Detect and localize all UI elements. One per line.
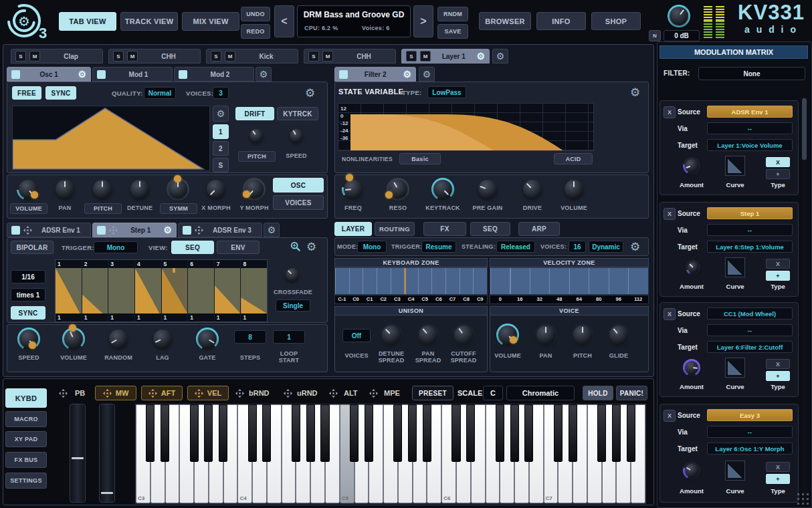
mod-type-plus-button[interactable]: + bbox=[766, 271, 790, 281]
move-icon[interactable] bbox=[109, 226, 118, 235]
piano-key-black[interactable] bbox=[248, 404, 257, 462]
crossfade-value[interactable]: Single bbox=[276, 299, 310, 311]
filter-gear-icon[interactable]: ⚙ bbox=[630, 87, 640, 98]
voice-pan-knob[interactable] bbox=[534, 324, 557, 346]
osc-symm-knob[interactable] bbox=[167, 178, 189, 201]
mod-source-value[interactable]: Step 1 bbox=[707, 207, 793, 219]
filter2-enable-checkbox[interactable] bbox=[339, 70, 348, 79]
seq-gear-icon[interactable]: ⚙ bbox=[306, 241, 316, 253]
mod-via-value[interactable]: -- bbox=[707, 122, 793, 134]
velocity-zone[interactable] bbox=[490, 267, 649, 295]
fx-bus-button[interactable]: FX BUS bbox=[5, 452, 47, 468]
osc1-enable-checkbox[interactable] bbox=[11, 70, 20, 79]
layer-tab-kick[interactable]: S M Kick bbox=[206, 49, 298, 64]
mod-target-value[interactable]: Layer 1:Voice Volume bbox=[707, 139, 793, 151]
quality-value[interactable]: Normal bbox=[144, 87, 176, 99]
env-tabs-gear-button[interactable]: ⚙ bbox=[264, 223, 280, 237]
step-bar[interactable] bbox=[135, 268, 161, 313]
move-icon[interactable] bbox=[329, 389, 338, 398]
step-sequencer-grid[interactable]: 1121314151617181 bbox=[55, 259, 268, 322]
wave-gear-button[interactable]: ⚙ bbox=[213, 106, 229, 122]
tab-view-button[interactable]: TAB VIEW bbox=[59, 12, 116, 31]
wave-slot-s-button[interactable]: S bbox=[213, 158, 229, 172]
piano-key-black[interactable] bbox=[190, 404, 199, 462]
osc-sync-button[interactable]: SYNC bbox=[45, 86, 76, 100]
move-icon[interactable] bbox=[284, 389, 292, 398]
layers-gear-button[interactable]: ⚙ bbox=[492, 49, 508, 64]
env3-enable-checkbox[interactable] bbox=[183, 226, 191, 235]
next-preset-button[interactable]: > bbox=[413, 5, 433, 37]
voice-volume-knob[interactable] bbox=[496, 324, 519, 346]
steps-count-value[interactable]: 8 bbox=[234, 330, 266, 344]
piano-key-black[interactable] bbox=[219, 404, 227, 462]
resize-handle[interactable] bbox=[796, 492, 809, 505]
info-button[interactable]: INFO bbox=[536, 12, 586, 30]
osc-display-button[interactable]: OSC bbox=[273, 178, 324, 193]
step-bar[interactable] bbox=[241, 268, 267, 313]
pan-spread-knob[interactable] bbox=[417, 324, 439, 346]
save-button[interactable]: SAVE bbox=[437, 24, 468, 39]
mod-amount-knob[interactable] bbox=[683, 462, 700, 479]
seq-times-value[interactable]: times 1 bbox=[11, 288, 45, 301]
solo-button[interactable]: S bbox=[211, 51, 221, 61]
filter-response-display[interactable]: 12 0 -12 -24 -36 bbox=[338, 103, 594, 151]
mod-curve-selector[interactable] bbox=[725, 461, 745, 481]
step-cell[interactable]: 51 bbox=[162, 260, 189, 322]
fx-tab-button[interactable]: FX bbox=[423, 222, 466, 236]
master-db-value[interactable]: 0 dB bbox=[664, 30, 700, 41]
seq-sync-button[interactable]: SYNC bbox=[11, 306, 45, 320]
panic-button[interactable]: PANIC! bbox=[616, 386, 647, 400]
step-bar[interactable] bbox=[108, 268, 134, 313]
step-bar[interactable] bbox=[215, 268, 241, 313]
mod-source-value[interactable]: CC1 (Mod Wheel) bbox=[707, 307, 793, 320]
piano-key-black[interactable] bbox=[350, 404, 359, 462]
piano-key-black[interactable] bbox=[408, 404, 417, 462]
vel-control[interactable]: VEL bbox=[187, 386, 229, 400]
osc-detune-knob[interactable] bbox=[128, 178, 151, 201]
filter-drive-knob[interactable] bbox=[521, 178, 544, 201]
preset-button[interactable]: PRESET bbox=[412, 386, 453, 400]
bipolar-button[interactable]: BIPOLAR bbox=[11, 241, 54, 254]
piano-key-black[interactable] bbox=[451, 404, 460, 462]
piano-key-black[interactable] bbox=[365, 404, 373, 462]
hold-button[interactable]: HOLD bbox=[583, 386, 613, 400]
piano-key-black[interactable] bbox=[393, 404, 402, 462]
piano-key-black[interactable] bbox=[466, 404, 475, 462]
wave-slot-1-button[interactable]: 1 bbox=[213, 124, 229, 139]
detune-spread-knob[interactable] bbox=[380, 324, 403, 346]
normalize-button[interactable]: N bbox=[649, 30, 661, 41]
trigger-value[interactable]: Mono bbox=[94, 241, 138, 253]
env1-enable-checkbox[interactable] bbox=[11, 226, 20, 235]
filter-reso-knob[interactable] bbox=[387, 178, 409, 201]
voice-pitch-knob[interactable] bbox=[571, 324, 594, 346]
tab-adsr-env3[interactable]: ADSR Env 3 bbox=[178, 223, 262, 237]
osc-pan-knob[interactable] bbox=[54, 178, 76, 201]
layer-tab-button[interactable]: LAYER bbox=[334, 222, 372, 236]
view-seq-button[interactable]: SEQ bbox=[171, 241, 214, 254]
solo-button[interactable]: S bbox=[308, 51, 319, 61]
macro-button[interactable]: MACRO bbox=[5, 411, 47, 427]
mod-type-plus-button[interactable]: + bbox=[766, 474, 790, 484]
unison-voices-value[interactable]: Off bbox=[342, 329, 371, 342]
mute-button[interactable]: M bbox=[322, 51, 333, 61]
filter-volume-knob[interactable] bbox=[563, 178, 585, 201]
piano-key-black[interactable] bbox=[569, 404, 577, 462]
piano-key-black[interactable] bbox=[146, 404, 155, 462]
piano-key-black[interactable] bbox=[423, 404, 431, 462]
pitch-bend-wheel[interactable] bbox=[70, 404, 86, 503]
drift-button[interactable]: DRIFT bbox=[235, 107, 274, 120]
preset-display[interactable]: DRM Bass and Groove GD CPU: 6.2 % Voices… bbox=[297, 5, 411, 37]
move-icon[interactable] bbox=[369, 389, 378, 398]
seq-lag-knob[interactable] bbox=[151, 328, 174, 350]
mod-via-value[interactable]: -- bbox=[707, 224, 793, 236]
crossfade-knob[interactable] bbox=[284, 266, 301, 283]
stealing-value[interactable]: Released bbox=[496, 241, 535, 253]
shop-button[interactable]: SHOP bbox=[591, 12, 641, 30]
osc-xmorph-knob[interactable] bbox=[205, 178, 227, 201]
piano-key-black[interactable] bbox=[320, 404, 329, 462]
mod-via-value[interactable]: -- bbox=[707, 426, 793, 438]
solo-button[interactable]: S bbox=[113, 51, 124, 61]
piano-key-black[interactable] bbox=[554, 404, 563, 462]
mod-type-plus-button[interactable]: + bbox=[766, 169, 790, 179]
osc-voices-value[interactable]: 3 bbox=[213, 87, 229, 99]
